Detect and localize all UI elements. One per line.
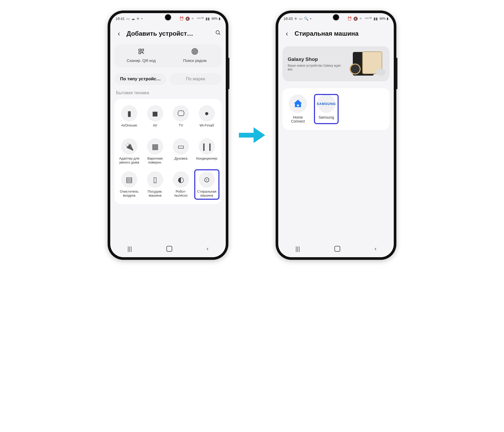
nearby-button[interactable]: Поиск рядом [168,44,222,67]
speaker-icon: ◼ [147,105,163,122]
banner-devices [346,52,384,76]
back-button[interactable]: ‹ [115,29,123,38]
ac-icon: ❙❙ [199,138,215,155]
device-washer[interactable]: ⊙ Стиральная машина [195,170,219,199]
device-grid: ▮ AirDresser ◼ AV 🖵 TV ● Wi-Fi/хаб [114,99,222,204]
screen-add-device: 18:41 ▭ ☁ ✈ • ⏰ 🔇 ᯤ ᵛᵒᴸᵀᴱ ▮▮ 48%▮ ‹ Доба… [110,13,226,257]
device-adapter[interactable]: 🔌 Адаптер для умного дома [117,137,141,166]
svg-marker-9 [254,127,265,143]
svg-line-1 [219,34,220,35]
device-label: Стиральная машина [195,190,219,198]
device-label: Робот-пылесос [169,190,193,198]
device-label: Адаптер для умного дома [118,157,141,165]
page-title: Добавить устройст… [127,30,212,37]
tab-by-brand[interactable]: По марке [170,73,222,85]
tv-icon: 🖵 [173,105,189,122]
device-dishwasher[interactable]: ▯ Посудом. машина [143,170,167,199]
nearby-label: Поиск рядом [183,58,206,63]
banner-watch-icon [350,64,361,75]
wifi-icon: ᯤ [191,17,195,21]
device-robot-vacuum[interactable]: ◐ Робот-пылесос [169,170,193,199]
android-navbar: ||| ‹ [278,242,394,257]
svg-rect-2 [139,49,141,51]
lte-icon: ᵛᵒᴸᵀᴱ [197,17,204,21]
device-ac[interactable]: ❙❙ Кондиционер [195,137,219,166]
home-button[interactable] [334,246,340,252]
dishwasher-icon: ▯ [147,171,163,188]
quick-actions: Сканир. QR-код Поиск рядом [114,44,222,67]
usb-icon: 🔌 [121,138,137,155]
battery-percent: 48% [379,17,386,20]
device-oven[interactable]: ▭ Духовка [169,137,193,166]
back-button[interactable]: ‹ [283,29,291,38]
home-connect-icon [289,94,307,113]
brand-home-connect[interactable]: Home Connect [286,94,310,124]
device-label: Посудом. машина [144,190,167,198]
airdresser-icon: ▮ [121,105,137,122]
device-label: Духовка [175,157,187,165]
status-icon: ☁ [131,17,135,21]
brand-samsung[interactable]: SAMSUNG Samsung [314,94,338,124]
robot-icon: ◐ [173,171,189,188]
device-wifi-hub[interactable]: ● Wi-Fi/хаб [195,104,219,133]
svg-point-0 [216,31,219,34]
tab-by-type[interactable]: По типу устройс… [114,73,166,85]
device-av[interactable]: ◼ AV [143,104,167,133]
scan-qr-button[interactable]: Сканир. QR-код [114,44,168,67]
banner-buds-icon [376,69,385,76]
screen-washer-brands: 18:43 ✈ ▭ 🔍 • ⏰ 🔇 ᯤ ᵛᵒᴸᵀᴱ ▮▮ 48%▮ ‹ Стир… [278,13,394,257]
status-icon: ▭ [299,17,302,21]
search-button[interactable] [215,30,221,37]
alarm-icon: ⏰ [347,17,352,21]
brand-label: Samsung [318,115,334,119]
svg-point-5 [194,51,196,52]
device-label: TV [179,124,183,131]
back-nav-button[interactable]: ‹ [375,245,376,252]
camera-notch [333,14,339,20]
oven-icon: ▭ [173,138,189,155]
samsung-logo: SAMSUNG [317,94,335,113]
device-airdresser[interactable]: ▮ AirDresser [117,104,141,133]
device-label: AirDresser [121,124,137,131]
status-time: 18:41 [116,17,125,21]
device-tv[interactable]: 🖵 TV [169,104,193,133]
purifier-icon: ▤ [121,171,137,188]
scan-qr-label: Сканир. QR-код [127,58,156,63]
mute-icon: 🔇 [353,17,358,21]
device-label: Wi-Fi/хаб [200,124,214,131]
washer-icon: ⊙ [199,171,215,188]
lte-icon: ᵛᵒᴸᵀᴱ [365,17,372,21]
status-icon: • [310,17,311,21]
device-label: Варочная поверхн. [144,157,167,165]
status-icon: ✈ [136,17,140,21]
galaxy-shop-banner[interactable]: Galaxy Shop Ваше новое устройство Galaxy… [282,46,390,81]
nearby-icon [192,48,198,56]
battery-icon: ▮ [387,17,388,20]
device-purifier[interactable]: ▤ Очиститель воздуха [117,170,141,199]
status-icon: • [141,17,143,21]
home-button[interactable] [166,246,172,252]
device-label: Кондиционер [196,157,217,165]
status-icon: 🔍 [304,17,308,21]
brand-label: Home Connect [286,115,310,124]
flow-arrow-icon [239,126,265,144]
svg-point-6 [193,50,197,53]
wifi-icon: ᯤ [359,17,363,21]
phone-right: 18:43 ✈ ▭ 🔍 • ⏰ 🔇 ᯤ ᵛᵒᴸᵀᴱ ▮▮ 48%▮ ‹ Стир… [276,10,396,260]
device-cooktop[interactable]: ▦ Варочная поверхн. [143,137,167,166]
mute-icon: 🔇 [185,17,190,21]
svg-rect-8 [239,133,255,138]
svg-rect-3 [142,49,144,51]
status-icon: ✈ [294,17,297,21]
back-nav-button[interactable]: ‹ [207,245,208,252]
alarm-icon: ⏰ [179,17,184,21]
qr-icon [138,48,144,56]
device-label: Очиститель воздуха [118,190,141,198]
page-title: Стиральная машина [295,30,389,37]
svg-rect-4 [139,52,141,54]
recents-button[interactable]: ||| [296,245,300,252]
recents-button[interactable]: ||| [128,245,132,252]
battery-icon: ▮ [219,17,220,20]
banner-title: Galaxy Shop [288,56,346,62]
section-household: Бытовая техника [110,86,226,96]
